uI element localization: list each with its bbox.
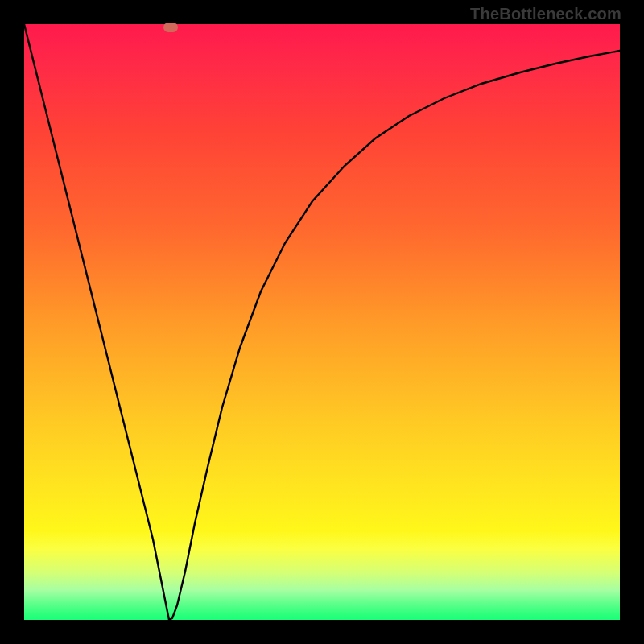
curve-min-marker: [163, 23, 178, 32]
bottleneck-curve: [24, 24, 620, 620]
attribution-text: TheBottleneck.com: [470, 5, 621, 23]
